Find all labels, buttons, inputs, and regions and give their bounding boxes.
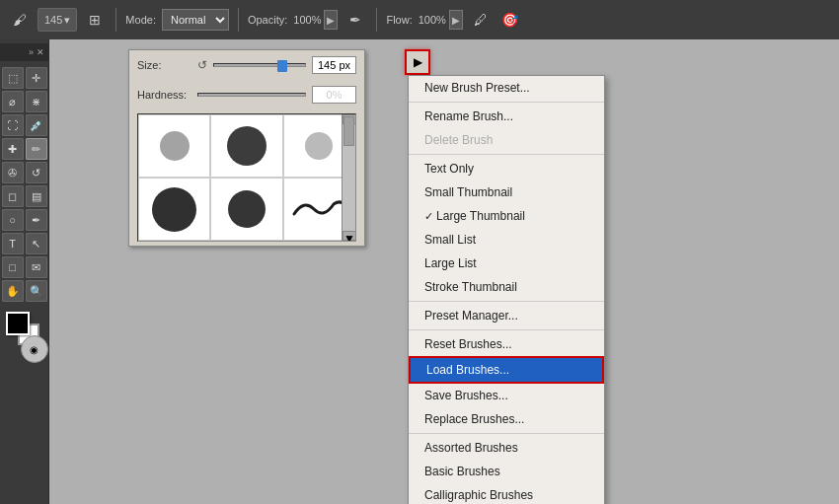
- airbrush-icon[interactable]: ✒: [343, 8, 367, 32]
- tool-pair-lasso: ⌀ ⋇: [2, 91, 47, 112]
- menu-item-save-brushes[interactable]: Save Brushes...: [409, 384, 604, 407]
- quick-mask-btn[interactable]: ◉: [21, 335, 48, 363]
- flow-group: 100% ▶: [419, 10, 463, 30]
- scroll-down-btn[interactable]: ▼: [343, 231, 356, 241]
- tool-pair-erase: ◻ ▤: [2, 185, 47, 207]
- dodge-tool[interactable]: ○: [2, 209, 24, 231]
- tool-pair-type: T ↖: [2, 233, 47, 254]
- menu-item-text-only[interactable]: Text Only: [409, 157, 604, 180]
- brush-dot-5: [228, 190, 266, 228]
- brush-dot-1: [160, 131, 190, 161]
- pen-tool[interactable]: ✒: [26, 209, 47, 231]
- size-reset-icon[interactable]: ↺: [197, 58, 207, 72]
- brush-stroke-svg: [289, 194, 348, 224]
- brush-cell-4[interactable]: [138, 178, 210, 241]
- move-tool[interactable]: ✛: [26, 67, 47, 89]
- foreground-color-box[interactable]: [6, 312, 30, 335]
- menu-item-delete-brush: Delete Brush: [409, 128, 604, 152]
- brush-cell-2[interactable]: [210, 114, 282, 178]
- menu-separator: [409, 102, 604, 103]
- brush-options-icon[interactable]: ⊞: [83, 8, 107, 32]
- toolbar-close-btn[interactable]: ✕: [37, 47, 44, 57]
- menu-item-large-thumbnail[interactable]: Large Thumbnail: [409, 204, 604, 228]
- history-brush-tool[interactable]: ↺: [26, 162, 47, 183]
- opacity-value: 100%: [293, 14, 321, 26]
- brush-preview: ▲ ▼: [137, 113, 356, 242]
- lasso-tool[interactable]: ⌀: [2, 91, 24, 112]
- main-area: Size: ↺ 145 px Hardness: 0%: [49, 39, 839, 504]
- menu-item-replace-brushes[interactable]: Replace Brushes...: [409, 407, 604, 431]
- tool-pair-heal: ✚ ✏: [2, 138, 47, 160]
- brush-panel: Size: ↺ 145 px Hardness: 0%: [128, 49, 365, 247]
- size-value[interactable]: 145 px: [312, 56, 356, 74]
- flow-label: Flow:: [386, 14, 412, 26]
- brush-scrollbar[interactable]: ▲ ▼: [342, 114, 355, 241]
- heal-tool[interactable]: ✚: [2, 138, 24, 160]
- type-tool[interactable]: T: [2, 233, 24, 254]
- divider1: [115, 8, 116, 32]
- size-slider[interactable]: [213, 63, 306, 67]
- menu-item-load-brushes[interactable]: Load Brushes...: [409, 356, 604, 384]
- opacity-arrow[interactable]: ▶: [324, 10, 338, 30]
- shape-tool[interactable]: □: [2, 256, 24, 278]
- menu-item-reset-brushes[interactable]: Reset Brushes...: [409, 332, 604, 356]
- scroll-thumb[interactable]: [343, 116, 354, 146]
- tool-pair-select: ⬚ ✛: [2, 67, 47, 89]
- top-toolbar: 🖌 145 ▾ ⊞ Mode: Normal Multiply Screen O…: [0, 0, 839, 39]
- menu-item-assorted-brushes[interactable]: Assorted Brushes: [409, 436, 604, 460]
- target-icon[interactable]: 🎯: [498, 8, 522, 32]
- divider2: [238, 8, 239, 32]
- brush-dot-4: [152, 187, 196, 232]
- flow-value: 100%: [419, 14, 446, 26]
- brush-menu-button[interactable]: ▶: [405, 49, 430, 75]
- menu-item-basic-brushes[interactable]: Basic Brushes: [409, 460, 604, 483]
- brush-tool[interactable]: ✏: [26, 138, 47, 160]
- tool-pair-dodge: ○ ✒: [2, 209, 47, 231]
- menu-item-calligraphic-brushes[interactable]: Calligraphic Brushes: [409, 483, 604, 504]
- opacity-group: 100% ▶: [293, 10, 338, 30]
- menu-item-preset-manager[interactable]: Preset Manager...: [409, 304, 604, 327]
- menu-item-rename-brush[interactable]: Rename Brush...: [409, 105, 604, 128]
- opacity-label: Opacity:: [248, 14, 287, 26]
- brush-dot-2: [227, 126, 267, 166]
- tool-pair-shape: □ ✉: [2, 256, 47, 278]
- tool-pair-stamp: ✇ ↺: [2, 162, 47, 183]
- gradient-tool[interactable]: ▤: [26, 185, 47, 207]
- menu-separator: [409, 301, 604, 302]
- brush-menu-icon: ▶: [414, 55, 422, 69]
- brush-size-dropdown[interactable]: 145 ▾: [38, 8, 77, 32]
- mode-select[interactable]: Normal Multiply Screen: [162, 9, 229, 31]
- flow-arrow[interactable]: ▶: [449, 10, 463, 30]
- toolbar-pin-btn[interactable]: »: [29, 47, 34, 57]
- clone-stamp-tool[interactable]: ✇: [2, 162, 24, 183]
- dropdown-menu: New Brush Preset...Rename Brush...Delete…: [408, 75, 605, 504]
- zoom-tool[interactable]: 🔍: [26, 280, 47, 302]
- divider3: [376, 8, 377, 32]
- menu-item-new-brush[interactable]: New Brush Preset...: [409, 76, 604, 100]
- menu-item-stroke-thumbnail[interactable]: Stroke Thumbnail: [409, 275, 604, 299]
- hand-tool[interactable]: ✋: [2, 280, 24, 302]
- crop-tool[interactable]: ⛶: [2, 114, 24, 136]
- menu-item-large-list[interactable]: Large List: [409, 252, 604, 275]
- hardness-slider[interactable]: [197, 93, 306, 97]
- hardness-label: Hardness:: [137, 89, 191, 101]
- notes-tool[interactable]: ✉: [26, 256, 47, 278]
- size-slider-container: [213, 63, 306, 67]
- menu-item-small-list[interactable]: Small List: [409, 228, 604, 252]
- brush-cell-1[interactable]: [138, 114, 210, 178]
- brush-tool-icon[interactable]: 🖌: [8, 8, 32, 32]
- magic-wand-tool[interactable]: ⋇: [26, 91, 47, 112]
- brush-cell-5[interactable]: [210, 178, 282, 241]
- eraser-tool[interactable]: ◻: [2, 185, 24, 207]
- tablet-icon[interactable]: 🖊: [469, 8, 493, 32]
- path-select-tool[interactable]: ↖: [26, 233, 47, 254]
- hardness-value[interactable]: 0%: [312, 86, 356, 104]
- size-slider-thumb: [277, 60, 287, 72]
- tool-pair-crop: ⛶ 💉: [2, 114, 47, 136]
- marquee-tool[interactable]: ⬚: [2, 67, 24, 89]
- menu-separator: [409, 433, 604, 434]
- menu-item-small-thumbnail[interactable]: Small Thumbnail: [409, 180, 604, 204]
- size-row: Size: ↺ 145 px: [129, 50, 364, 80]
- tool-pair-hand: ✋ 🔍: [2, 280, 47, 302]
- eyedropper-tool[interactable]: 💉: [26, 114, 47, 136]
